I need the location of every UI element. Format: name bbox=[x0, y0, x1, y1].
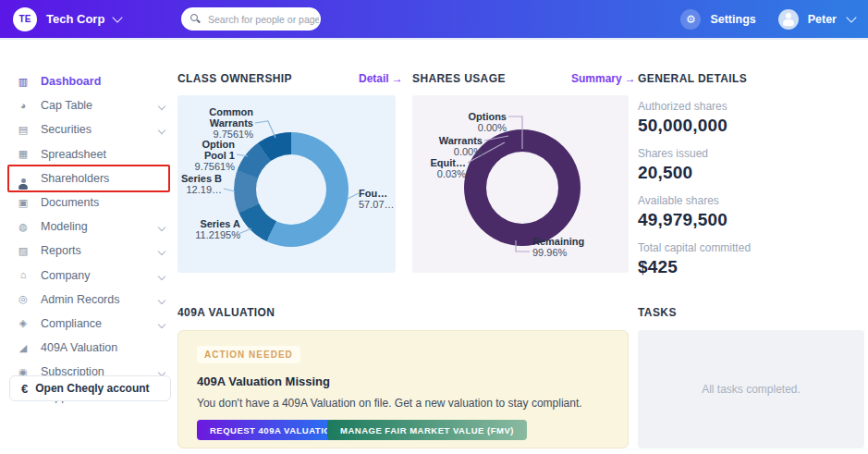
segment-value: 0.00% bbox=[416, 146, 483, 157]
detail-value: 20,500 bbox=[638, 163, 865, 183]
manage-fmv-button[interactable]: MANAGE FAIR MARKET VALUE (FMV) bbox=[327, 420, 527, 440]
valuation-409a-card: ACTION NEEDED 409A Valuation Missing You… bbox=[177, 330, 629, 448]
sidebar-item-label: Shareholders bbox=[41, 172, 109, 185]
general-details-row: Authorized shares50,000,000 bbox=[638, 100, 865, 136]
segment-name: Common Warrants bbox=[181, 106, 253, 129]
open-cheqly-account-button[interactable]: € Open Cheqly account bbox=[9, 375, 171, 401]
sidebar-item-company[interactable]: ⌂Company bbox=[0, 264, 176, 288]
sidebar-item-shareholders[interactable]: Shareholders bbox=[0, 166, 176, 190]
segment-name: Equit… bbox=[412, 157, 466, 168]
sidebar-item-admin-records[interactable]: ◎Admin Records bbox=[0, 288, 176, 312]
detail-label: Shares issued bbox=[638, 147, 865, 160]
cap-table-dashboard: TE Tech Corp ⚙ Settings Peter ▥Dashboard… bbox=[0, 0, 868, 454]
sidebar-item-reports[interactable]: ▨Reports bbox=[0, 239, 176, 263]
sidebar-item-spreadsheet[interactable]: ▦Spreadsheet bbox=[0, 142, 176, 166]
segment-value: 0.03% bbox=[412, 168, 466, 179]
sidebar: ▥Dashboard◕Cap Table▤Securities▦Spreadsh… bbox=[0, 40, 176, 454]
segment-name: Warrants bbox=[416, 135, 483, 146]
shares-usage-summary-link[interactable]: Summary→ bbox=[571, 72, 636, 85]
chevron-down-icon[interactable] bbox=[846, 12, 856, 22]
top-bar: TE Tech Corp ⚙ Settings Peter bbox=[0, 0, 868, 38]
class-ownership-detail-link[interactable]: Detail→ bbox=[359, 72, 403, 85]
user-avatar[interactable] bbox=[778, 9, 799, 30]
detail-value: 50,000,000 bbox=[638, 116, 865, 136]
segment-name: Series B bbox=[177, 173, 222, 184]
chevron-down-icon[interactable] bbox=[158, 248, 165, 255]
sidebar-item-label: Reports bbox=[41, 244, 81, 257]
search-input[interactable] bbox=[206, 13, 321, 26]
user-name[interactable]: Peter bbox=[808, 13, 837, 26]
detail-label: Authorized shares bbox=[638, 100, 865, 113]
sidebar-item-documents[interactable]: ▣Documents bbox=[0, 190, 176, 215]
arrow-right-icon: → bbox=[625, 72, 636, 85]
valuation-missing-body: You don't have a 409A Valuation on file.… bbox=[197, 397, 582, 410]
segment-name: Series A bbox=[183, 218, 240, 229]
sidebar-item-modeling[interactable]: ◍Modeling bbox=[0, 215, 176, 239]
arrow-right-icon: → bbox=[392, 72, 403, 85]
sidebar-item-securities[interactable]: ▤Securities bbox=[0, 117, 176, 141]
lightbulb-icon: ◍ bbox=[17, 222, 30, 232]
sidebar-item-409a-valuation[interactable]: ◢409A Valuation bbox=[0, 336, 176, 360]
detail-value: 49,979,500 bbox=[638, 210, 865, 230]
general-details-rows: Authorized shares50,000,000Shares issued… bbox=[638, 100, 865, 277]
donut-segment-label: Remaining99.96% bbox=[532, 236, 610, 258]
detail-label: Total capital committed bbox=[638, 241, 865, 254]
sidebar-item-label: Modeling bbox=[41, 220, 88, 233]
donut-segment-label: Series A11.2195% bbox=[183, 218, 240, 240]
company-avatar[interactable]: TE bbox=[13, 7, 37, 31]
sidebar-item-label: 409A Valuation bbox=[41, 341, 117, 354]
sidebar-item-label: Spreadsheet bbox=[41, 148, 106, 161]
shares-usage-panel: Options0.00%Warrants0.00%Equit…0.03%Rema… bbox=[412, 95, 629, 273]
general-details-row: Total capital committed$425 bbox=[638, 241, 865, 277]
building-icon: ⌂ bbox=[17, 270, 30, 280]
report-icon: ▨ bbox=[17, 246, 30, 256]
segment-name: Options bbox=[440, 111, 507, 122]
pie-chart-icon: ◕ bbox=[17, 101, 30, 111]
chevron-down-icon[interactable] bbox=[158, 103, 165, 110]
chevron-down-icon[interactable] bbox=[158, 321, 165, 328]
chevron-down-icon[interactable] bbox=[158, 272, 165, 279]
segment-value: 11.2195% bbox=[183, 229, 240, 240]
donut-segment-label: Common Warrants9.7561% bbox=[181, 106, 253, 140]
records-icon: ◎ bbox=[17, 294, 30, 304]
class-ownership-donut-chart[interactable] bbox=[234, 132, 348, 247]
grid-icon: ▦ bbox=[17, 149, 30, 159]
settings-button[interactable]: Settings bbox=[710, 13, 755, 26]
segment-value: 12.19… bbox=[177, 184, 222, 195]
chevron-down-icon[interactable] bbox=[113, 12, 123, 22]
sidebar-nav: ▥Dashboard◕Cap Table▤Securities▦Spreadsh… bbox=[0, 69, 176, 409]
sidebar-item-label: Dashboard bbox=[41, 75, 101, 88]
valuation-409a-title: 409A VALUATION bbox=[177, 306, 275, 319]
chevron-down-icon[interactable] bbox=[158, 127, 165, 134]
tasks-title: TASKS bbox=[638, 306, 677, 319]
sidebar-item-cap-table[interactable]: ◕Cap Table bbox=[0, 93, 176, 117]
detail-label: Available shares bbox=[638, 194, 865, 207]
sidebar-item-label: Compliance bbox=[41, 317, 102, 330]
valuation-missing-heading: 409A Valuation Missing bbox=[197, 374, 330, 388]
action-needed-badge: ACTION NEEDED bbox=[197, 346, 300, 363]
donut-segment-label: Warrants0.00% bbox=[416, 135, 483, 157]
clipboard-icon: ▤ bbox=[17, 125, 30, 135]
segment-value: 9.7561% bbox=[181, 129, 253, 140]
chevron-down-icon[interactable] bbox=[158, 296, 165, 303]
general-details-title: GENERAL DETAILS bbox=[638, 72, 865, 85]
donut-segment-label: Option Pool 19.7561% bbox=[177, 139, 235, 172]
search-bar[interactable] bbox=[181, 7, 321, 31]
header-right: ⚙ Settings Peter bbox=[680, 0, 855, 38]
folder-icon: ▣ bbox=[17, 198, 30, 208]
general-details-section: GENERAL DETAILS Authorized shares50,000,… bbox=[638, 72, 865, 288]
segment-value: 57.07… bbox=[359, 199, 396, 210]
chevron-down-icon[interactable] bbox=[158, 224, 165, 231]
shares-usage-title: SHARES USAGE bbox=[412, 72, 506, 85]
company-name[interactable]: Tech Corp bbox=[46, 12, 104, 26]
sidebar-item-label: Company bbox=[41, 269, 91, 282]
segment-name: Fou… bbox=[359, 188, 396, 199]
sidebar-item-label: Securities bbox=[41, 123, 92, 136]
sidebar-item-label: Documents bbox=[41, 196, 99, 209]
sidebar-item-dashboard[interactable]: ▥Dashboard bbox=[0, 69, 176, 93]
sidebar-item-compliance[interactable]: ◈Compliance bbox=[0, 312, 176, 336]
dashboard-icon: ▥ bbox=[17, 77, 30, 87]
gear-icon[interactable]: ⚙ bbox=[680, 9, 701, 30]
open-account-label: Open Cheqly account bbox=[35, 382, 149, 395]
chart-up-icon: ◢ bbox=[17, 343, 30, 353]
